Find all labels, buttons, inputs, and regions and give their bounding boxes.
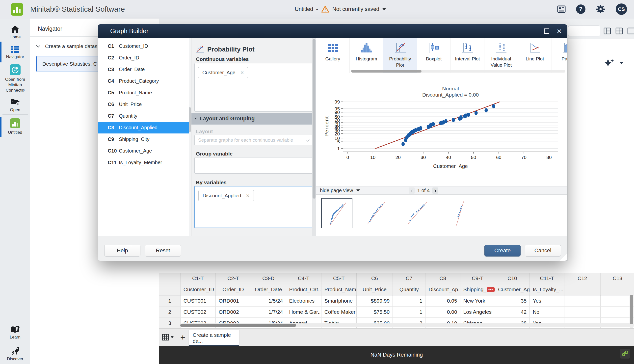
sidebar-item-untitled-project[interactable]: Untitled bbox=[0, 118, 30, 135]
row-number[interactable]: 1 bbox=[159, 295, 180, 306]
previous-page-button[interactable]: ‹ bbox=[409, 188, 415, 194]
sidebar-item-home[interactable]: Home bbox=[0, 25, 30, 40]
row-number[interactable]: 2 bbox=[159, 306, 180, 318]
page-thumbnail-2[interactable] bbox=[362, 198, 393, 228]
table-cell[interactable] bbox=[564, 306, 600, 318]
column-header-name[interactable]: Order_ID bbox=[216, 284, 251, 295]
gallery-item-individual-value-plot[interactable]: Individual Value Plot bbox=[484, 38, 518, 73]
column-header-name[interactable]: Shipping_•••y bbox=[460, 284, 495, 295]
table-cell[interactable] bbox=[600, 306, 634, 318]
column-header-id[interactable]: C12 bbox=[564, 273, 600, 284]
table-cell[interactable]: Yes bbox=[530, 295, 564, 306]
page-thumbnail-1[interactable] bbox=[321, 198, 352, 228]
table-cell[interactable]: 0.00 bbox=[426, 306, 460, 318]
table-cell[interactable]: New York bbox=[460, 295, 495, 306]
table-cell[interactable]: 0.05 bbox=[426, 295, 460, 306]
table-cell[interactable]: CUST001 bbox=[180, 295, 216, 306]
table-cell[interactable]: ORD001 bbox=[216, 295, 251, 306]
grid-view-icon[interactable] bbox=[616, 28, 623, 34]
table-cell[interactable]: 42 bbox=[495, 306, 530, 318]
column-header-name[interactable]: Product_Name bbox=[321, 284, 356, 295]
table-cell[interactable]: Los Angeles bbox=[460, 306, 495, 318]
help-button[interactable]: Help bbox=[104, 245, 140, 256]
table-cell[interactable]: ORD002 bbox=[216, 306, 251, 318]
table-cell[interactable] bbox=[600, 295, 634, 306]
settings-gear-icon[interactable] bbox=[596, 4, 605, 14]
close-icon[interactable]: × bbox=[557, 26, 562, 36]
column-header-name[interactable]: Unit_Price bbox=[356, 284, 392, 295]
column-header-name[interactable]: Product_Cat... bbox=[286, 284, 321, 295]
column-header-id[interactable]: C8 bbox=[426, 273, 460, 284]
gallery-item-line-plot[interactable]: Line Plot bbox=[518, 38, 552, 73]
sidebar-item-navigator[interactable]: Navigator bbox=[0, 45, 30, 60]
single-view-icon[interactable] bbox=[627, 28, 634, 34]
column-list-item-c2[interactable]: C2Order_ID bbox=[98, 52, 191, 64]
column-header-name[interactable]: Is_Loyalty_... bbox=[530, 284, 564, 295]
column-header-name[interactable] bbox=[564, 284, 600, 295]
reset-button[interactable]: Reset bbox=[145, 245, 181, 256]
gallery-scrollbar[interactable] bbox=[351, 70, 566, 72]
link-button[interactable] bbox=[620, 349, 630, 358]
ai-assistant-button[interactable] bbox=[604, 58, 624, 67]
sidebar-item-open[interactable]: Open bbox=[0, 97, 30, 113]
group-variable-box[interactable] bbox=[194, 157, 313, 174]
table-cell[interactable]: $75.50 bbox=[356, 306, 392, 318]
sidebar-item-open-from-minitab-connect[interactable]: Open from Minitab Connect® bbox=[0, 64, 30, 93]
status-dropdown-icon[interactable] bbox=[382, 8, 386, 10]
gallery-item-interval-plot[interactable]: Interval Plot bbox=[451, 38, 484, 73]
column-list-item-c6[interactable]: C6Unit_Price bbox=[98, 98, 191, 110]
column-list-item-c9[interactable]: C9Shipping_City bbox=[98, 134, 191, 145]
column-header-id[interactable]: C13 bbox=[600, 273, 634, 284]
layout-dropdown[interactable]: Separate graphs for each continuous vari… bbox=[194, 135, 313, 145]
column-header-id[interactable]: C9-T bbox=[460, 273, 495, 284]
settings-scrollbar[interactable] bbox=[312, 38, 316, 236]
gallery-item-probability-plot[interactable]: Probability Plot bbox=[383, 38, 417, 73]
column-list-scrollbar[interactable] bbox=[189, 38, 191, 236]
column-warning-badge[interactable]: ••• bbox=[487, 287, 495, 292]
table-cell[interactable]: Electronics bbox=[286, 295, 321, 306]
split-view-icon[interactable] bbox=[604, 28, 611, 34]
worksheet-list-button[interactable] bbox=[162, 334, 174, 340]
column-list-item-c11[interactable]: C11Is_Loyalty_Member bbox=[98, 157, 191, 168]
worksheet-vertical-scrollbar[interactable] bbox=[630, 295, 634, 328]
table-cell[interactable]: 35 bbox=[495, 295, 530, 306]
table-cell[interactable]: No bbox=[530, 306, 564, 318]
navigator-group[interactable]: Create a sample datas bbox=[37, 43, 97, 49]
page-thumbnail-4[interactable] bbox=[444, 198, 475, 228]
column-header-name[interactable]: Customer_Age bbox=[495, 284, 530, 295]
table-cell[interactable]: Home & Gar... bbox=[286, 306, 321, 318]
sidebar-item-discover[interactable]: Discover bbox=[0, 346, 30, 362]
column-header-id[interactable]: C3-D bbox=[251, 273, 286, 284]
column-list-item-c10[interactable]: C10Customer_Age bbox=[98, 145, 191, 157]
help-icon[interactable]: ? bbox=[576, 4, 586, 14]
table-cell[interactable]: 1/7/24 bbox=[251, 306, 286, 318]
column-header-id[interactable]: C5-T bbox=[321, 273, 356, 284]
sidebar-item-learn[interactable]: Learn bbox=[0, 326, 30, 340]
variable-chip-customer-age[interactable]: Customer_Age × bbox=[198, 67, 248, 78]
worksheet-tab[interactable]: Create a sample da... bbox=[189, 330, 239, 346]
gallery-item-gallery[interactable]: Gallery bbox=[316, 38, 350, 73]
table-cell[interactable]: 1 bbox=[393, 295, 426, 306]
next-page-button[interactable]: › bbox=[432, 188, 438, 194]
table-cell[interactable]: CUST002 bbox=[180, 306, 216, 318]
table-cell[interactable]: 1 bbox=[393, 306, 426, 318]
table-cell[interactable]: Coffee Maker bbox=[321, 306, 356, 318]
column-list-item-c8[interactable]: C8Discount_Applied bbox=[98, 122, 191, 134]
column-header-name[interactable] bbox=[600, 284, 634, 295]
column-header-id[interactable]: C2-T bbox=[216, 273, 251, 284]
by-variables-box[interactable]: Discount_Applied × bbox=[194, 186, 313, 228]
column-header-id[interactable]: C10 bbox=[495, 273, 530, 284]
column-list-item-c7[interactable]: C7Quantity bbox=[98, 110, 191, 122]
table-cell[interactable]: 1/5/24 bbox=[251, 295, 286, 306]
table-cell[interactable] bbox=[564, 295, 600, 306]
document-status[interactable]: Untitled - Not currently saved bbox=[295, 6, 386, 13]
create-button[interactable]: Create bbox=[484, 245, 520, 256]
gallery-item-pareto[interactable]: Pareto bbox=[552, 38, 567, 73]
column-header-name[interactable]: Quantity bbox=[393, 284, 426, 295]
cancel-button[interactable]: Cancel bbox=[525, 245, 561, 256]
gallery-item-histogram[interactable]: Histogram bbox=[350, 38, 383, 73]
variable-chip-discount-applied[interactable]: Discount_Applied × bbox=[198, 190, 254, 201]
column-header-name[interactable]: Discount_Ap... bbox=[426, 284, 460, 295]
search-input[interactable] bbox=[568, 26, 600, 36]
table-cell[interactable]: Smartphone bbox=[321, 295, 356, 306]
